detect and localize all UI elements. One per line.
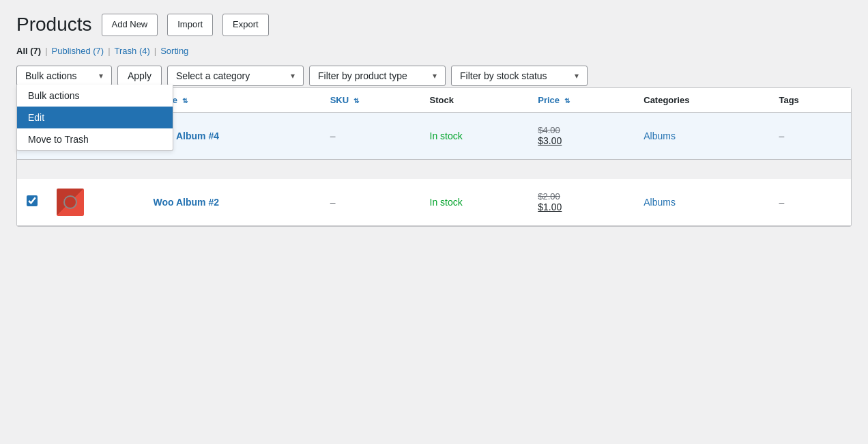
product-price-cell: $2.00 $1.00	[528, 179, 634, 226]
stock-status-dropdown[interactable]: Filter by stock status ▾	[451, 66, 588, 86]
product-sku-cell: –	[321, 112, 420, 159]
col-sku-header[interactable]: SKU ⇅	[321, 88, 420, 113]
col-stock-header: Stock	[420, 88, 529, 113]
category-dropdown[interactable]: Select a category ▾	[167, 66, 304, 86]
bulk-actions-item[interactable]: Bulk actions	[17, 85, 173, 107]
sorting-link[interactable]: Sorting	[160, 46, 188, 56]
table-row: Woo Album #2 – In stock $2.00 $1.00 Albu…	[17, 179, 851, 226]
col-tags-header: Tags	[769, 88, 851, 113]
stock-status-label: Filter by stock status	[460, 70, 547, 81]
col-categories-header: Categories	[634, 88, 769, 113]
sort-arrows-sku: ⇅	[353, 97, 359, 105]
product-tags-cell: –	[769, 112, 851, 159]
category-link[interactable]: Albums	[643, 197, 676, 208]
product-thumb-cell	[47, 179, 144, 226]
product-name-link[interactable]: Woo Album #2	[154, 197, 219, 208]
product-type-dropdown[interactable]: Filter by product type ▾	[309, 66, 446, 86]
product-sku-cell: –	[321, 179, 420, 226]
import-button[interactable]: Import	[167, 14, 213, 36]
add-new-button[interactable]: Add New	[102, 14, 158, 36]
product-category-cell: Albums	[634, 179, 769, 226]
product-category-cell: Albums	[634, 112, 769, 159]
published-link[interactable]: Published (7)	[52, 46, 104, 56]
page-header: Products Add New Import Export	[16, 14, 852, 36]
chevron-down-icon: ▾	[575, 71, 579, 81]
edit-item[interactable]: Edit	[17, 107, 173, 128]
page-title: Products	[16, 14, 92, 36]
toolbar-wrapper: Bulk actions ▾ Apply Select a category ▾…	[16, 66, 852, 86]
status-links: All (7) | Published (7) | Trash (4) | So…	[16, 46, 852, 56]
product-thumbnail	[57, 189, 84, 216]
sort-arrows-price: ⇅	[564, 97, 570, 105]
category-label: Select a category	[176, 70, 250, 81]
row-checkbox[interactable]	[27, 195, 38, 206]
bulk-actions-menu: Bulk actions Edit Move to Trash	[16, 85, 173, 151]
spacer-row	[17, 159, 851, 179]
export-button[interactable]: Export	[222, 14, 269, 36]
bulk-actions-label: Bulk actions	[25, 70, 76, 81]
col-price-header[interactable]: Price ⇅	[528, 88, 634, 113]
product-type-label: Filter by product type	[318, 70, 407, 81]
all-link[interactable]: All (7)	[16, 46, 41, 56]
chevron-down-icon: ▾	[99, 71, 103, 81]
product-stock-cell: In stock	[420, 112, 529, 159]
product-price-cell: $4.00 $3.00	[528, 112, 634, 159]
sort-arrows-name: ⇅	[182, 97, 188, 105]
chevron-down-icon: ▾	[433, 71, 437, 81]
chevron-down-icon: ▾	[291, 71, 295, 81]
bulk-actions-dropdown[interactable]: Bulk actions ▾	[16, 66, 112, 86]
move-to-trash-item[interactable]: Move to Trash	[17, 128, 173, 150]
apply-button[interactable]: Apply	[117, 66, 162, 86]
product-tags-cell: –	[769, 179, 851, 226]
product-stock-cell: In stock	[420, 179, 529, 226]
product-name-cell: Woo Album #2	[144, 179, 321, 226]
row-checkbox-cell	[17, 179, 47, 226]
trash-link[interactable]: Trash (4)	[115, 46, 150, 56]
toolbar: Bulk actions ▾ Apply Select a category ▾…	[16, 66, 852, 86]
category-link[interactable]: Albums	[643, 130, 676, 141]
